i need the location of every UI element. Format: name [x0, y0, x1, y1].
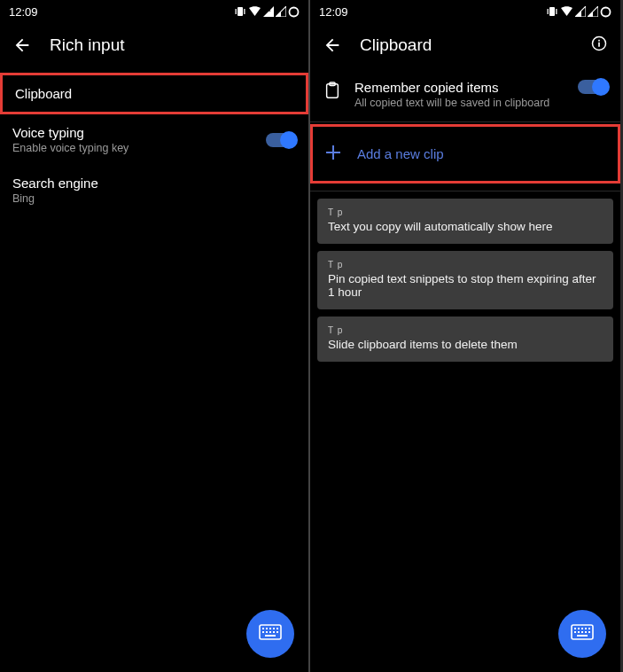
status-bar: 12:09 x: [0, 0, 308, 23]
circle-icon: [600, 6, 611, 18]
svg-rect-35: [585, 631, 587, 633]
search-engine-item[interactable]: Search engine Bing: [0, 165, 308, 215]
settings-list: Clipboard Voice typing Enable voice typi…: [0, 67, 308, 215]
svg-rect-18: [548, 9, 549, 14]
svg-rect-17: [549, 7, 555, 16]
svg-rect-22: [598, 43, 600, 47]
svg-rect-1: [236, 9, 237, 14]
tip-tag: T p: [328, 207, 603, 217]
svg-rect-15: [276, 631, 278, 633]
svg-rect-14: [273, 631, 275, 633]
svg-rect-36: [588, 631, 590, 633]
info-icon[interactable]: [590, 35, 608, 56]
svg-point-4: [290, 7, 299, 16]
signal1-icon: x: [263, 6, 274, 17]
remember-item[interactable]: Remember copied items All copied text wi…: [310, 67, 620, 121]
svg-rect-27: [574, 628, 576, 629]
status-icons: [546, 6, 611, 18]
keyboard-fab[interactable]: [246, 610, 294, 658]
svg-rect-13: [269, 631, 271, 633]
status-icons: x: [234, 6, 300, 18]
status-bar: 12:09: [310, 0, 620, 23]
svg-point-20: [602, 7, 611, 16]
tip-tag: T p: [328, 325, 603, 335]
svg-rect-16: [265, 635, 276, 637]
rich-input-screen: 12:09 x Rich input Clipboard Voice typin…: [0, 0, 310, 672]
item-sub: All copied text will be saved in clipboa…: [354, 97, 565, 109]
item-label: Remember copied items: [354, 80, 565, 95]
svg-rect-2: [244, 9, 245, 14]
status-time: 12:09: [319, 5, 348, 19]
plus-icon: [325, 145, 341, 163]
svg-rect-33: [578, 631, 580, 633]
signal1-icon: [575, 6, 586, 17]
clipboard-item[interactable]: Clipboard: [0, 73, 308, 114]
tips-list: T p Text you copy will automatically sho…: [310, 193, 620, 362]
svg-rect-32: [574, 631, 576, 633]
vibrate-icon: [234, 6, 246, 17]
tip-card[interactable]: T p Slide clipboard items to delete them: [317, 316, 613, 362]
svg-rect-12: [266, 631, 268, 633]
remember-toggle[interactable]: [578, 80, 608, 94]
divider: [310, 191, 620, 191]
tip-card[interactable]: T p Text you copy will automatically sho…: [317, 199, 613, 244]
svg-rect-10: [276, 628, 278, 629]
clipboard-icon: [323, 80, 342, 99]
tip-msg: Slide clipboard items to delete them: [328, 338, 603, 351]
item-sub: Bing: [12, 192, 296, 205]
item-label: Clipboard: [15, 86, 293, 101]
svg-rect-19: [556, 9, 557, 14]
tip-msg: Pin copied text snippets to stop them ex…: [328, 272, 603, 299]
svg-rect-29: [581, 628, 583, 629]
keyboard-icon: [571, 624, 594, 644]
keyboard-fab[interactable]: [558, 610, 606, 658]
item-label: Search engine: [12, 176, 296, 191]
add-clip-label: Add a new clip: [357, 146, 444, 161]
tip-card[interactable]: T p Pin copied text snippets to stop the…: [317, 251, 613, 309]
add-clip-button[interactable]: Add a new clip: [310, 124, 620, 184]
app-bar: Clipboard: [310, 23, 620, 67]
signal2-icon: [588, 6, 598, 17]
item-sub: Enable voice typing key: [12, 142, 266, 154]
svg-rect-37: [577, 635, 588, 637]
svg-rect-30: [585, 628, 587, 629]
clipboard-screen: 12:09 Clipboard Remember copied items Al…: [310, 0, 620, 672]
keyboard-icon: [259, 624, 282, 644]
circle-icon: [288, 6, 300, 18]
svg-rect-9: [273, 628, 275, 629]
page-title: Clipboard: [360, 35, 432, 55]
tip-tag: T p: [328, 260, 603, 270]
tip-msg: Text you copy will automatically show he…: [328, 220, 603, 233]
svg-rect-31: [588, 628, 590, 629]
page-title: Rich input: [50, 35, 125, 55]
status-time: 12:09: [9, 5, 38, 19]
app-bar: Rich input: [0, 23, 308, 67]
svg-rect-28: [578, 628, 580, 629]
svg-rect-23: [598, 40, 600, 42]
back-icon[interactable]: [323, 35, 342, 55]
wifi-icon: [560, 6, 573, 17]
svg-rect-34: [581, 631, 583, 633]
item-label: Voice typing: [12, 125, 266, 140]
vibrate-icon: [546, 6, 558, 17]
wifi-icon: [248, 6, 261, 17]
voice-typing-toggle[interactable]: [266, 133, 296, 147]
svg-rect-6: [262, 628, 264, 629]
svg-rect-8: [269, 628, 271, 629]
svg-rect-11: [262, 631, 264, 633]
voice-typing-item[interactable]: Voice typing Enable voice typing key: [0, 114, 308, 165]
back-icon[interactable]: [12, 35, 32, 55]
signal2-icon: [276, 6, 286, 17]
svg-rect-0: [238, 7, 243, 16]
svg-rect-7: [266, 628, 268, 629]
divider: [310, 121, 620, 122]
